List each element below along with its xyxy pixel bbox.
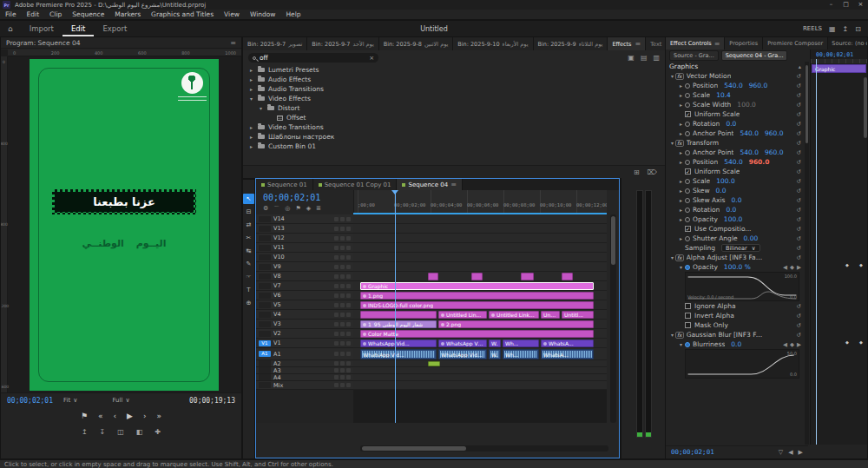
keyframe-diamond-icon[interactable]: ◆	[845, 339, 849, 345]
menu-item-window[interactable]: Window	[245, 10, 281, 18]
source-monitor-tab[interactable]: Source: (no clip) ≡	[828, 37, 867, 49]
panel-menu-icon[interactable]: ≡	[714, 40, 720, 48]
reset-effect-icon[interactable]: ↺	[797, 254, 801, 261]
menu-item-sequence[interactable]: Sequence	[67, 10, 109, 18]
graphic-clip-bar[interactable]: Graphic	[812, 64, 866, 73]
track-toggle-icon[interactable]	[334, 352, 339, 356]
ec-row-shutter-angle[interactable]: ▸Shutter Angle0.00↺	[666, 234, 805, 243]
track-toggle-icon[interactable]	[334, 284, 339, 288]
bin-tab-3[interactable]: Bin: 2025-9-10يوم الأربعاء	[453, 37, 533, 50]
delete-button[interactable]: ⌦	[648, 168, 657, 176]
go-to-out-button[interactable]: »	[157, 412, 162, 420]
twirl-icon[interactable]: ▾	[669, 332, 675, 338]
source-assign-v12[interactable]	[259, 235, 271, 241]
twirl-icon[interactable]: ▸	[678, 216, 684, 222]
track-toggle-icon[interactable]	[334, 341, 339, 346]
new-bin-view-icon[interactable]: ▣	[628, 54, 635, 62]
track-toggle-icon[interactable]	[334, 246, 339, 250]
track-toggle-icon[interactable]	[346, 352, 351, 356]
menu-item-graphics-and-titles[interactable]: Graphics and Titles	[146, 10, 219, 18]
bin-tab-0[interactable]: Bin: 2025-9-7تصوير	[243, 37, 307, 50]
track-toggle-icon[interactable]	[346, 368, 351, 372]
menu-item-clip[interactable]: Clip	[44, 10, 67, 18]
source-assign-v14[interactable]	[259, 216, 271, 222]
ec-row-transform[interactable]: ▾fxTransform↺	[666, 138, 805, 148]
keyframe-diamond-icon[interactable]: ◆	[845, 262, 849, 267]
twirl-icon[interactable]: ▸	[248, 143, 254, 149]
twirl-icon[interactable]: ▸	[678, 121, 684, 127]
dropdown-sampling[interactable]: Bilinear∨	[721, 244, 760, 252]
source-assign-v6[interactable]	[259, 293, 271, 299]
workspace-tab-export[interactable]: Export	[94, 21, 135, 36]
fullscreen-icon[interactable]: ⊡	[855, 25, 861, 33]
track-toggle-icon[interactable]	[340, 361, 345, 366]
reset-parameter-icon[interactable]: ↺	[797, 226, 801, 233]
timeline-settings-icon[interactable]: ⚙	[263, 205, 268, 214]
ec-row-uniform-scale[interactable]: ✓Uniform Scale↺	[666, 109, 805, 119]
clip-v8[interactable]	[471, 273, 483, 280]
track-toggle-icon[interactable]	[334, 383, 339, 387]
tab-properties[interactable]: Properties	[725, 37, 763, 49]
twirl-icon[interactable]: ▸	[248, 124, 254, 130]
twirl-icon[interactable]: ▸	[678, 178, 684, 184]
reset-parameter-icon[interactable]: ↺	[797, 82, 801, 89]
source-assign-v13[interactable]	[259, 226, 271, 232]
ec-row-rotation[interactable]: ▸Rotation0.0↺	[666, 205, 805, 214]
track-toggle-icon[interactable]	[340, 303, 345, 307]
menu-item-view[interactable]: View	[219, 10, 245, 18]
twirl-icon[interactable]: ▾	[678, 341, 684, 347]
track-lane-a3[interactable]	[353, 367, 607, 374]
snap-icon[interactable]: ⌒	[273, 205, 279, 214]
track-toggle-icon[interactable]	[340, 227, 345, 231]
list-view-icon[interactable]: ▤	[641, 54, 648, 62]
track-header-v4[interactable]: V4	[256, 310, 353, 320]
track-lane-v10[interactable]	[353, 253, 607, 262]
track-lane-a2[interactable]	[353, 360, 607, 367]
twirl-icon[interactable]: ▸	[248, 67, 254, 73]
value-opacity-0[interactable]: 100.0 %	[724, 263, 751, 271]
reset-parameter-icon[interactable]: ↺	[797, 235, 801, 242]
effect-controls-scrollbar[interactable]	[805, 62, 809, 445]
track-header-a4[interactable]: A4	[256, 374, 353, 381]
twirl-icon[interactable]: ▸	[678, 92, 684, 98]
track-header-v10[interactable]: V10	[256, 253, 353, 262]
video-frame[interactable]: عزنا بطبعنا اليــوم الوطنــي	[30, 59, 219, 391]
timeline-timecode[interactable]: 00;00;02;01	[263, 193, 320, 202]
keyframe-diamond-icon[interactable]: ◆	[859, 339, 863, 345]
track-header-v13[interactable]: V13	[256, 224, 353, 234]
value-anchor-point-1[interactable]: 960.0	[765, 148, 783, 156]
ec-row-anchor-point[interactable]: ▸Anchor Point540.0960.0↺	[666, 129, 805, 138]
twirl-icon[interactable]: ▸	[678, 197, 684, 203]
export-frame-button[interactable]: ◫	[117, 428, 124, 436]
twirl-icon[interactable]: ▾	[248, 96, 254, 102]
reset-parameter-icon[interactable]: ↺	[797, 216, 801, 223]
stopwatch-icon[interactable]	[685, 208, 690, 213]
twirl-icon[interactable]: ▸	[678, 188, 684, 194]
checkbox-ignore-alpha[interactable]	[685, 303, 691, 309]
checkbox-invert-alpha[interactable]	[685, 313, 691, 319]
twirl-icon[interactable]: ▸	[248, 134, 254, 140]
stopwatch-icon[interactable]	[685, 342, 690, 347]
source-assign-v4[interactable]	[259, 312, 271, 318]
stopwatch-icon[interactable]	[685, 179, 690, 184]
track-toggle-icon[interactable]	[346, 255, 351, 260]
bin-tab-1[interactable]: Bin: 2025-9-7يوم الأحد	[307, 37, 378, 50]
home-icon[interactable]: ⌂	[0, 24, 21, 33]
playhead-marker[interactable]	[391, 190, 398, 198]
tab-premiere-composer[interactable]: Premiere Composer	[763, 37, 828, 49]
stopwatch-icon[interactable]	[685, 131, 690, 136]
stopwatch-icon[interactable]	[685, 188, 690, 194]
effects-search-input[interactable]: off ×	[248, 53, 378, 63]
track-toggle-icon[interactable]	[340, 284, 345, 288]
lift-button[interactable]: ↥	[82, 428, 88, 436]
track-lane-v11[interactable]	[353, 243, 607, 253]
clip-w[interactable]: W...	[489, 339, 501, 347]
track-toggle-icon[interactable]	[334, 236, 339, 241]
twirl-icon[interactable]: ▸	[678, 130, 684, 136]
ec-row-invert-alpha[interactable]: Invert Alpha↺	[666, 311, 805, 320]
menu-item-markers[interactable]: Markers	[109, 10, 146, 18]
source-assign-a3[interactable]	[259, 367, 271, 373]
twirl-icon[interactable]: ▸	[678, 235, 684, 241]
workspaces-icon[interactable]: ▦	[829, 25, 836, 33]
track-header-v14[interactable]: V14	[256, 214, 353, 224]
